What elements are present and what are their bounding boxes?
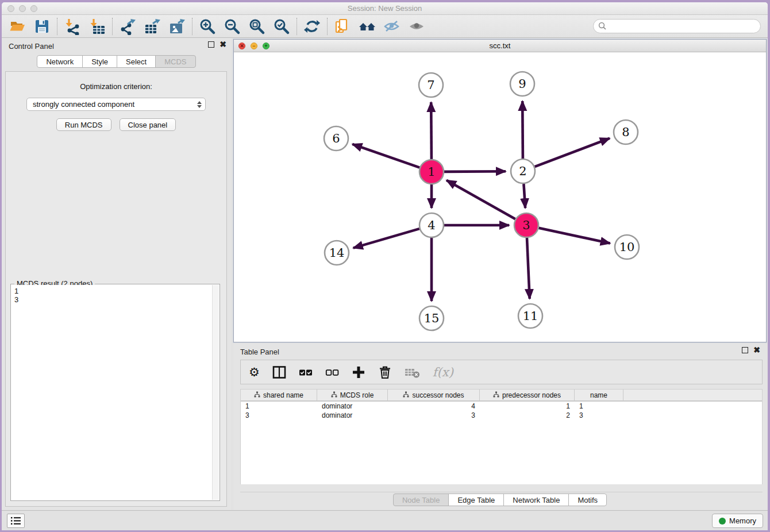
- edge-2-9[interactable]: [522, 101, 523, 159]
- hide-selected-eye-icon[interactable]: [382, 17, 402, 36]
- graph-node-4[interactable]: 4: [419, 213, 444, 237]
- control-panel: Control Panel ✖ NetworkStyleSelectMCDS O…: [2, 38, 231, 510]
- show-columns-icon[interactable]: [272, 365, 286, 379]
- graph-node-14[interactable]: 14: [325, 241, 349, 265]
- export-image-icon[interactable]: [167, 17, 187, 36]
- graph-node-2[interactable]: 2: [511, 159, 535, 183]
- table-tab-motifs[interactable]: Motifs: [568, 494, 607, 506]
- graph-node-11[interactable]: 11: [518, 304, 542, 328]
- zoom-fit-icon[interactable]: [247, 17, 267, 36]
- close-panel-icon[interactable]: ✖: [220, 41, 226, 48]
- table-tab-node-table[interactable]: Node Table: [393, 494, 449, 506]
- task-history-button[interactable]: [7, 514, 25, 528]
- table-cell[interactable]: 3: [575, 411, 623, 420]
- edge-1-2[interactable]: [444, 171, 506, 172]
- table-cell[interactable]: 3: [388, 411, 480, 420]
- open-file-icon[interactable]: [7, 17, 27, 36]
- mcds-result-text[interactable]: 1 3: [11, 285, 212, 500]
- table-cell[interactable]: 1: [241, 402, 317, 411]
- table-row[interactable]: 1dominator411: [241, 402, 762, 411]
- hierarchy-icon: [493, 391, 499, 399]
- column-header-name[interactable]: name: [575, 390, 623, 400]
- hierarchy-icon: [403, 391, 409, 399]
- first-neighbors-icon[interactable]: [333, 17, 352, 36]
- svg-text:9: 9: [518, 77, 526, 91]
- float-panel-icon[interactable]: [208, 41, 214, 48]
- column-header-predecessor-nodes[interactable]: predecessor nodes: [480, 390, 575, 400]
- tab-style[interactable]: Style: [82, 55, 117, 68]
- workspace: Control Panel ✖ NetworkStyleSelectMCDS O…: [2, 38, 768, 510]
- table-cell[interactable]: 1: [480, 402, 575, 411]
- zoom-in-icon[interactable]: [198, 17, 217, 36]
- graph-node-3[interactable]: 3: [514, 213, 538, 237]
- edge-3-11[interactable]: [527, 238, 530, 299]
- svg-text:7: 7: [427, 78, 434, 92]
- tab-mcds[interactable]: MCDS: [155, 55, 195, 68]
- memory-button[interactable]: Memory: [712, 514, 763, 528]
- graph-node-7[interactable]: 7: [419, 73, 443, 97]
- zoom-selected-icon[interactable]: [272, 17, 291, 36]
- graph-node-9[interactable]: 9: [510, 72, 534, 96]
- table-tab-edge-table[interactable]: Edge Table: [448, 494, 504, 506]
- edge-1-6[interactable]: [352, 144, 419, 168]
- column-header-MCDS-role[interactable]: MCDS role: [317, 390, 388, 400]
- zoom-out-icon[interactable]: [222, 17, 242, 36]
- edge-2-8[interactable]: [535, 138, 610, 167]
- optimization-criterion-label: Optimization criterion:: [6, 82, 226, 91]
- hierarchy-icon: [331, 391, 337, 399]
- memory-label: Memory: [729, 516, 756, 525]
- graph-node-6[interactable]: 6: [324, 126, 348, 151]
- show-all-eye-icon[interactable]: [407, 17, 426, 36]
- import-table-icon[interactable]: [87, 17, 107, 36]
- edge-4-14[interactable]: [353, 229, 419, 248]
- delete-table-icon[interactable]: [405, 365, 420, 379]
- table-cell[interactable]: 3: [241, 411, 317, 420]
- home-layout-icon[interactable]: [357, 17, 377, 36]
- graph-node-15[interactable]: 15: [419, 306, 444, 330]
- search-icon: [598, 22, 607, 30]
- graph-node-8[interactable]: 8: [614, 120, 638, 144]
- global-search-field[interactable]: [593, 19, 761, 33]
- table-cell[interactable]: dominator: [317, 402, 388, 411]
- tab-network[interactable]: Network: [37, 55, 83, 68]
- export-table-icon[interactable]: [143, 17, 162, 36]
- node-table: shared nameMCDS rolesuccessor nodesprede…: [240, 389, 763, 484]
- table-cell[interactable]: 2: [480, 411, 575, 420]
- edge-1-7[interactable]: [431, 102, 432, 159]
- export-network-icon[interactable]: [118, 17, 137, 36]
- edge-3-10[interactable]: [539, 228, 610, 244]
- run-mcds-button[interactable]: Run MCDS: [56, 118, 111, 131]
- column-header-shared-name[interactable]: shared name: [241, 390, 317, 400]
- optimization-criterion-select[interactable]: strongly connected component: [26, 98, 206, 111]
- table-cell[interactable]: 4: [388, 402, 480, 411]
- import-network-icon[interactable]: [63, 17, 82, 36]
- deselect-all-columns-icon[interactable]: [325, 365, 339, 379]
- table-tab-network-table[interactable]: Network Table: [503, 494, 569, 506]
- apply-function-icon[interactable]: f(x): [433, 365, 453, 379]
- float-table-panel-icon[interactable]: [742, 347, 748, 353]
- close-panel-button[interactable]: Close panel: [120, 118, 176, 131]
- table-cell[interactable]: 1: [575, 402, 623, 411]
- toolbar-separator: [112, 18, 113, 35]
- graph-node-10[interactable]: 10: [615, 235, 639, 259]
- table-panel: Table Panel ✖ ⚙: [233, 344, 767, 510]
- toolbar-separator: [297, 18, 297, 35]
- table-cell[interactable]: dominator: [317, 411, 388, 420]
- tab-select[interactable]: Select: [117, 55, 156, 68]
- delete-column-icon[interactable]: [378, 365, 392, 379]
- refresh-view-icon[interactable]: [302, 17, 322, 36]
- save-session-icon[interactable]: [32, 17, 52, 36]
- network-window-titlebar: ✕ − + scc.txt: [234, 40, 766, 52]
- network-canvas[interactable]: 7968124314101511: [234, 52, 766, 342]
- graph-node-1[interactable]: 1: [419, 160, 444, 184]
- select-all-columns-icon[interactable]: [299, 365, 313, 379]
- result-scrollbar[interactable]: [212, 285, 219, 500]
- edge-2-3[interactable]: [523, 184, 525, 208]
- table-settings-icon[interactable]: ⚙: [249, 367, 260, 378]
- column-header-successor-nodes[interactable]: successor nodes: [388, 390, 480, 400]
- close-table-panel-icon[interactable]: ✖: [753, 347, 760, 353]
- add-column-icon[interactable]: [352, 365, 365, 379]
- table-row[interactable]: 3dominator323: [241, 411, 762, 420]
- search-input[interactable]: [610, 22, 760, 30]
- edge-3-1[interactable]: [446, 180, 515, 219]
